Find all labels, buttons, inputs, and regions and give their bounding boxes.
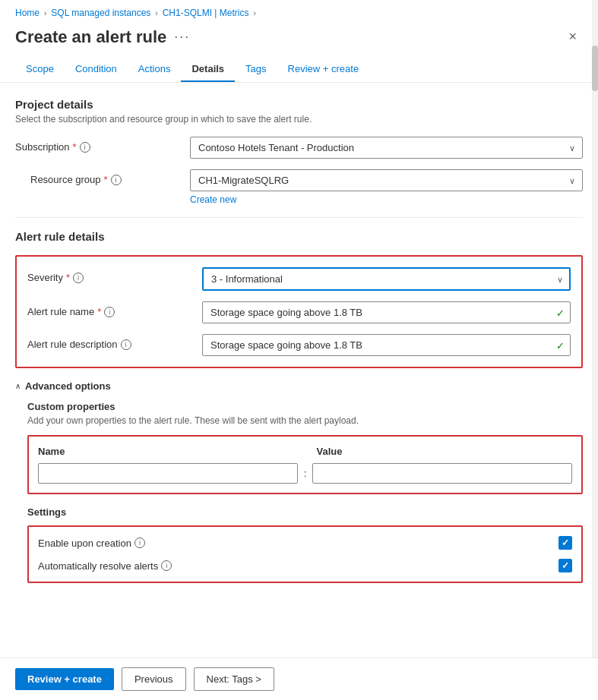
name-required: * — [97, 306, 101, 317]
alert-rule-description-control: Storage space going above 1.8 TB ✓ — [202, 334, 571, 356]
alert-rule-description-input[interactable]: Storage space going above 1.8 TB — [202, 334, 571, 356]
name-column-header: Name — [38, 446, 294, 457]
custom-prop-value-input[interactable] — [312, 463, 572, 484]
auto-resolve-checkbox[interactable] — [558, 559, 572, 572]
more-options-button[interactable]: ··· — [174, 29, 190, 45]
description-info-icon[interactable]: i — [121, 339, 131, 350]
resource-group-label: Resource group * i — [30, 169, 182, 185]
scrollbar-track — [592, 0, 598, 700]
alert-rule-name-control: Storage space going above 1.8 TB ✓ — [202, 301, 571, 323]
footer: Review + create Previous Next: Tags > — [0, 657, 598, 700]
severity-select[interactable]: 0 - Critical 1 - Error 2 - Warning 3 - I… — [202, 267, 571, 291]
custom-props-headers: Name Value — [38, 446, 572, 457]
enable-upon-creation-label: Enable upon creation i — [38, 538, 552, 549]
tab-condition[interactable]: Condition — [65, 57, 128, 82]
severity-label: Severity * i — [27, 267, 195, 283]
page-header: Create an alert rule ··· × — [0, 23, 598, 57]
severity-required: * — [66, 272, 70, 283]
tab-details[interactable]: Details — [181, 57, 235, 82]
tab-scope[interactable]: Scope — [15, 57, 65, 82]
enable-creation-info-icon[interactable]: i — [134, 538, 145, 548]
auto-resolve-label: Automatically resolve alerts i — [38, 560, 552, 572]
tab-tags[interactable]: Tags — [235, 57, 277, 82]
tab-actions[interactable]: Actions — [128, 57, 182, 82]
resource-group-info-icon[interactable]: i — [111, 175, 122, 185]
auto-resolve-info-icon[interactable]: i — [161, 560, 172, 571]
alert-rule-name-row: Alert rule name * i Storage space going … — [27, 301, 571, 323]
settings-section: Settings Enable upon creation i Automati… — [27, 506, 583, 583]
custom-props-row-1: : — [38, 463, 572, 484]
resource-group-select-wrapper: CH1-MigrateSQLRG ∨ — [190, 169, 583, 191]
resource-group-select[interactable]: CH1-MigrateSQLRG — [190, 169, 583, 191]
divider-1 — [15, 217, 583, 218]
value-column-header: Value — [317, 446, 573, 457]
breadcrumb-metrics[interactable]: CH1-SQLMI | Metrics — [163, 8, 249, 18]
page-title: Create an alert rule — [15, 27, 166, 47]
custom-properties-section: Custom properties Add your own propertie… — [27, 401, 583, 583]
main-content: Project details Select the subscription … — [0, 83, 598, 700]
subscription-info-icon[interactable]: i — [80, 142, 90, 153]
alert-rule-description-input-wrap: Storage space going above 1.8 TB ✓ — [202, 334, 571, 356]
custom-props-title: Custom properties — [27, 401, 583, 412]
breadcrumb: Home › SQL managed instances › CH1-SQLMI… — [0, 0, 598, 23]
severity-select-wrapper: 0 - Critical 1 - Error 2 - Warning 3 - I… — [202, 267, 571, 291]
custom-prop-name-input[interactable] — [38, 463, 298, 484]
settings-box: Enable upon creation i Automatically res… — [27, 525, 583, 583]
previous-button[interactable]: Previous — [122, 667, 186, 691]
resource-group-control: CH1-MigrateSQLRG ∨ Create new — [190, 169, 583, 205]
resource-group-required: * — [104, 174, 108, 185]
resource-group-row: Resource group * i CH1-MigrateSQLRG ∨ Cr… — [15, 169, 583, 205]
subscription-label: Subscription * i — [15, 137, 182, 153]
settings-title: Settings — [27, 506, 583, 518]
alert-rule-description-row: Alert rule description i Storage space g… — [27, 334, 571, 356]
project-details-title: Project details — [15, 98, 583, 111]
tab-review-create[interactable]: Review + create — [277, 57, 370, 82]
alert-rule-name-input[interactable]: Storage space going above 1.8 TB — [202, 301, 571, 323]
advanced-options-chevron-icon: ∧ — [15, 382, 21, 390]
close-button[interactable]: × — [562, 26, 583, 48]
project-details-subtitle: Select the subscription and resource gro… — [15, 114, 583, 125]
severity-control: 0 - Critical 1 - Error 2 - Warning 3 - I… — [202, 267, 571, 291]
project-details-section: Project details Select the subscription … — [15, 98, 583, 205]
alert-rule-name-input-wrap: Storage space going above 1.8 TB ✓ — [202, 301, 571, 323]
subscription-select-wrapper: Contoso Hotels Tenant - Production ∨ — [190, 137, 583, 159]
advanced-options-title: Advanced options — [25, 380, 111, 392]
subscription-required: * — [73, 141, 77, 153]
scrollbar-thumb[interactable] — [592, 46, 598, 91]
auto-resolve-row: Automatically resolve alerts i — [38, 559, 572, 572]
alert-rule-details-section: Alert rule details — [15, 230, 583, 243]
breadcrumb-chevron-2: › — [155, 9, 157, 17]
severity-row: Severity * i 0 - Critical 1 - Error 2 - … — [27, 267, 571, 291]
alert-rule-fields-box: Severity * i 0 - Critical 1 - Error 2 - … — [15, 255, 583, 368]
review-create-button[interactable]: Review + create — [15, 668, 114, 690]
severity-info-icon[interactable]: i — [73, 273, 84, 283]
create-new-link[interactable]: Create new — [190, 194, 583, 205]
tabs-container: Scope Condition Actions Details Tags Rev… — [0, 57, 598, 83]
enable-upon-creation-row: Enable upon creation i — [38, 536, 572, 550]
subscription-select[interactable]: Contoso Hotels Tenant - Production — [190, 137, 583, 159]
name-info-icon[interactable]: i — [104, 307, 115, 317]
next-tags-button[interactable]: Next: Tags > — [194, 667, 274, 691]
custom-props-table: Name Value : — [27, 435, 583, 494]
advanced-options-section: ∧ Advanced options Custom properties Add… — [15, 380, 583, 583]
subscription-row: Subscription * i Contoso Hotels Tenant -… — [15, 137, 583, 159]
enable-upon-creation-checkbox[interactable] — [558, 536, 572, 550]
alert-rule-details-title: Alert rule details — [15, 230, 583, 243]
alert-rule-name-label: Alert rule name * i — [27, 301, 195, 317]
breadcrumb-chevron-1: › — [44, 9, 46, 17]
alert-rule-description-label: Alert rule description i — [27, 334, 195, 350]
breadcrumb-home[interactable]: Home — [15, 8, 40, 18]
name-check-icon: ✓ — [556, 307, 565, 318]
custom-props-subtitle: Add your own properties to the alert rul… — [27, 415, 583, 426]
breadcrumb-sql-managed[interactable]: SQL managed instances — [51, 8, 150, 18]
breadcrumb-chevron-3: › — [253, 9, 255, 17]
advanced-options-toggle[interactable]: ∧ Advanced options — [15, 380, 583, 392]
description-check-icon: ✓ — [556, 339, 565, 351]
subscription-control: Contoso Hotels Tenant - Production ∨ — [190, 137, 583, 159]
colon-separator: : — [304, 468, 307, 479]
